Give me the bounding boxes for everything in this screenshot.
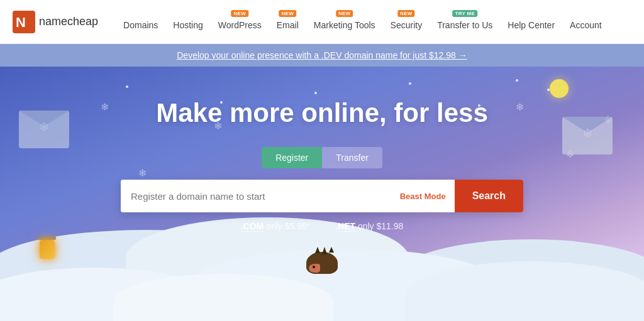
lantern-decoration <box>38 236 57 268</box>
net-tld: .NET <box>335 221 355 232</box>
domain-pricing: .COM only $5.98* .NET only $11.98 <box>241 221 404 231</box>
nav-badge-transfer: TRY ME <box>452 10 477 17</box>
beast-mode-button[interactable]: Beast Mode <box>391 180 455 212</box>
star-decoration <box>547 89 550 91</box>
promo-banner: Develop your online presence with a .DEV… <box>0 44 644 67</box>
hero-headline: Make more online, for less <box>156 98 488 128</box>
nav-label-domains: Domains <box>123 20 158 30</box>
nav-item-domains[interactable]: Domains <box>117 9 164 35</box>
nav-badge-marketing-tools: NEW <box>336 10 353 17</box>
star-decoration <box>516 79 518 82</box>
com-price: only $5.98* <box>266 221 310 231</box>
nav-item-hosting[interactable]: Hosting <box>167 9 209 35</box>
domain-search-box: Beast Mode Search <box>121 180 523 212</box>
nav-item-email[interactable]: NEWEmail <box>270 9 305 35</box>
nav-label-security: Security <box>391 20 423 30</box>
svg-text:N: N <box>16 14 26 30</box>
promo-link[interactable]: Develop your online presence with a .DEV… <box>177 50 467 60</box>
nav-badge-security: NEW <box>397 10 415 17</box>
nav-item-security[interactable]: NEWSecurity <box>384 9 429 35</box>
net-price: only $11.98 <box>358 221 403 231</box>
navbar: N namecheap DomainsHostingNEWWordPressNE… <box>0 0 644 44</box>
nav-items: DomainsHostingNEWWordPressNEWEmailNEWMar… <box>117 9 631 35</box>
search-button[interactable]: Search <box>455 180 523 212</box>
envelope-decoration-left: ❄ <box>19 111 75 155</box>
star-decoration <box>126 85 128 88</box>
star-decoration <box>409 82 411 85</box>
nav-label-account: Account <box>570 20 602 30</box>
transfer-tab[interactable]: Transfer <box>322 147 382 168</box>
nav-label-email: Email <box>277 20 299 30</box>
nav-label-wordpress: WordPress <box>218 20 262 30</box>
nav-badge-wordpress: NEW <box>231 10 248 17</box>
hero-section: ❄ ❄ ❄ ❄ ❄ ❄ ❄ ❄ Make more online, for le… <box>0 67 644 321</box>
namecheap-logo-icon: N <box>13 11 35 33</box>
snowflake-decoration: ❄ <box>101 101 109 113</box>
nav-item-marketing-tools[interactable]: NEWMarketing Tools <box>308 9 382 35</box>
domain-search-input[interactable] <box>121 180 391 212</box>
nav-item-help-center[interactable]: Help Center <box>501 9 561 35</box>
com-tld: .COM <box>241 221 264 232</box>
logo-link[interactable]: N namecheap <box>13 11 98 33</box>
logo-text: namecheap <box>39 15 98 28</box>
hero-tabs: Register Transfer <box>262 147 382 168</box>
nav-label-hosting: Hosting <box>173 20 203 30</box>
hedgehog-decoration <box>303 252 341 277</box>
envelope-decoration-right: ❄ <box>562 117 619 161</box>
nav-item-account[interactable]: Account <box>564 9 608 35</box>
nav-item-wordpress[interactable]: NEWWordPress <box>212 9 268 35</box>
snowflake-decoration: ❄ <box>516 101 524 113</box>
snowflake-decoration: ❄ <box>138 167 147 179</box>
nav-label-transfer: Transfer to Us <box>437 20 492 30</box>
nav-badge-email: NEW <box>279 10 296 17</box>
register-tab[interactable]: Register <box>262 147 322 168</box>
nav-label-help-center: Help Center <box>508 20 555 30</box>
moon-decoration <box>550 79 569 98</box>
net-pricing[interactable]: .NET only $11.98 <box>335 221 403 231</box>
com-pricing[interactable]: .COM only $5.98* <box>241 221 311 231</box>
star-decoration <box>314 92 317 94</box>
nav-label-marketing-tools: Marketing Tools <box>314 20 375 30</box>
nav-item-transfer[interactable]: TRY METransfer to Us <box>431 9 499 35</box>
